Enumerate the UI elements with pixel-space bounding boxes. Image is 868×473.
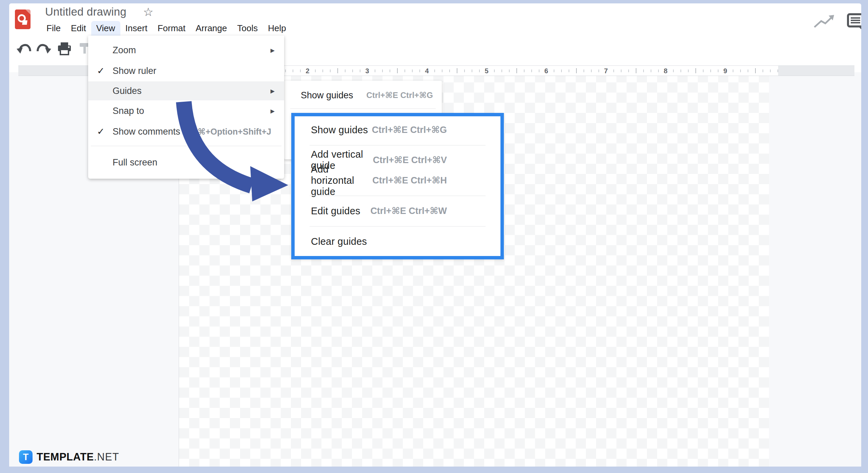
right-gutter [769,72,861,467]
print-icon[interactable] [57,42,72,56]
menu-separator [310,196,486,196]
ruler-number: 6 [542,67,550,75]
submenu-arrow-icon: ▶ [271,88,275,94]
checkmark-icon: ✓ [97,126,113,137]
menu-item-label: Zoom [113,45,271,56]
menu-item-label: Show ruler [113,66,284,76]
ruler-number: 7 [602,67,610,75]
menu-item-zoom[interactable]: Zoom ▶ [88,41,284,60]
template-net-logo-badge: T [19,450,33,464]
menu-arrange[interactable]: Arrange [191,21,232,36]
feedback-comment-icon[interactable] [846,12,861,33]
page-fold [25,9,31,15]
star-icon[interactable]: ☆ [143,6,153,18]
menu-tools[interactable]: Tools [232,21,263,36]
menu-item-shortcut: Ctrl+⌘E Ctrl+⌘V [373,155,447,165]
menu-help[interactable]: Help [263,21,291,36]
ruler-number: 4 [423,67,431,75]
ruler-number: 8 [662,67,669,75]
checkmark-icon: ✓ [97,65,113,76]
toolbar [16,39,93,58]
redo-icon[interactable] [36,42,52,56]
menu-item-shortcut: Ctrl+⌘E Ctrl+⌘W [370,205,447,216]
ruler-number: 2 [303,67,311,75]
template-net-watermark: T TEMPLATE.NET [19,450,119,464]
menu-format[interactable]: Format [153,21,191,36]
menu-item-shortcut: Ctrl+⌘E Ctrl+⌘G [372,124,447,135]
menu-item-label: Show guides [301,90,366,101]
menu-separator [310,145,486,145]
menu-edit[interactable]: Edit [66,21,91,36]
callout-item-show-guides[interactable]: Show guides Ctrl+⌘E Ctrl+⌘G [295,120,500,139]
callout-item-edit-guides[interactable]: Edit guides Ctrl+⌘E Ctrl+⌘W [295,201,500,220]
menu-item-shortcut: Ctrl+⌘E Ctrl+⌘H [372,175,447,186]
watermark-brand: TEMPLATE [37,451,94,463]
drawings-square-glyph [22,20,27,25]
menu-item-show-ruler[interactable]: ✓ Show ruler [88,61,284,80]
submenu-item-show-guides[interactable]: Show guides Ctrl+⌘E Ctrl+⌘G [284,85,442,105]
callout-arrow [163,95,298,208]
ruler-number: 5 [482,67,490,75]
menu-file[interactable]: File [41,21,66,36]
menu-item-label: Add horizontal guide [311,164,372,197]
submenu-arrow-icon: ▶ [271,47,275,54]
undo-icon[interactable] [16,42,32,56]
guides-callout-box: Show guides Ctrl+⌘E Ctrl+⌘G Add vertical… [291,113,504,259]
watermark-suffix: .NET [94,451,119,463]
menu-bar: File Edit View Insert Format Arrange Too… [41,21,291,35]
document-title[interactable]: Untitled drawing [45,5,126,18]
menu-item-label: Edit guides [311,205,370,217]
trend-icon[interactable] [813,14,835,31]
ruler-number: 9 [721,67,729,75]
menu-item-label: Guides [113,86,271,96]
callout-item-add-horizontal-guide[interactable]: Add horizontal guide Ctrl+⌘E Ctrl+⌘H [295,171,500,190]
menu-item-label: Show guides [311,124,372,136]
menu-view[interactable]: View [91,21,120,36]
google-drawings-icon [15,9,31,29]
menu-insert[interactable]: Insert [120,21,153,36]
menu-separator [310,226,486,226]
menu-item-shortcut: Ctrl+⌘E Ctrl+⌘G [366,91,433,100]
ruler-number: 3 [363,67,371,75]
menu-item-label: Clear guides [311,236,447,247]
callout-item-clear-guides[interactable]: Clear guides [295,232,500,251]
menu-separator [290,109,436,109]
